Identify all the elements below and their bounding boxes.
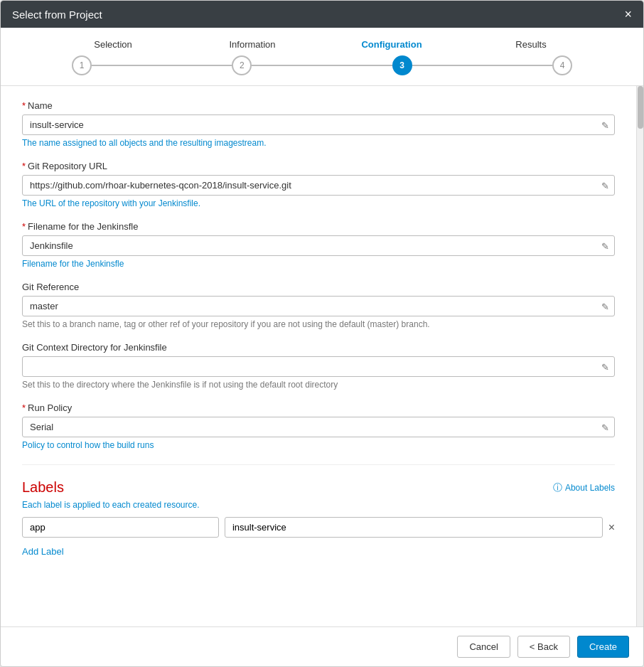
modal-title: Select from Project	[12, 9, 102, 21]
run-policy-label: *Run Policy	[22, 402, 615, 413]
name-edit-icon: ✎	[601, 119, 609, 130]
section-divider	[22, 464, 615, 465]
step-circle-2[interactable]: 2	[232, 55, 252, 75]
name-input-wrapper: ✎	[22, 114, 615, 135]
step-label-1: Selection	[43, 39, 183, 50]
scrollbar-thumb[interactable]	[638, 86, 643, 129]
cancel-button[interactable]: Cancel	[457, 636, 510, 658]
jenkinsfile-group: *Filename for the Jenkinsfle ✎ Filename …	[22, 221, 615, 269]
jenkinsfile-label: *Filename for the Jenkinsfle	[22, 221, 615, 232]
label-key-input[interactable]	[22, 517, 219, 538]
about-labels-link[interactable]: ⓘ About Labels	[553, 481, 615, 494]
git-url-edit-icon: ✎	[601, 180, 609, 191]
git-ref-input[interactable]	[22, 296, 615, 316]
step-line-2	[252, 65, 392, 66]
git-url-label: *Git Repository URL	[22, 161, 615, 171]
git-url-group: *Git Repository URL ✎ The URL of the rep…	[22, 161, 615, 208]
step-label-4: Results	[461, 39, 601, 50]
git-url-input[interactable]	[22, 175, 615, 196]
run-policy-input[interactable]	[22, 417, 615, 437]
close-button[interactable]: ×	[624, 8, 632, 21]
modal-dialog: Select from Project × Selection Informat…	[0, 0, 644, 667]
label-remove-button[interactable]: ×	[608, 521, 615, 534]
git-url-help: The URL of the repository with your Jenk…	[22, 198, 615, 208]
git-context-group: Git Context Directory for Jenkinsfile ✎ …	[22, 342, 615, 390]
scrollbar-area: *Name ✎ The name assigned to all objects…	[1, 86, 643, 626]
scroll-content: *Name ✎ The name assigned to all objects…	[1, 86, 636, 626]
add-label-button[interactable]: Add Label	[22, 546, 64, 557]
git-context-input[interactable]	[22, 356, 615, 377]
labels-section: Labels ⓘ About Labels Each label is appl…	[22, 479, 615, 557]
git-context-label: Git Context Directory for Jenkinsfile	[22, 342, 615, 353]
step-label-2: Information	[183, 39, 322, 50]
step-label-3: Configuration	[322, 39, 461, 50]
create-button[interactable]: Create	[577, 636, 629, 658]
step-line-1	[92, 65, 232, 66]
git-context-input-wrapper: ✎	[22, 356, 615, 377]
step-line-3	[412, 65, 552, 66]
name-label: *Name	[22, 100, 615, 111]
git-ref-group: Git Reference ✎ Set this to a branch nam…	[22, 282, 615, 329]
jenkinsfile-help: Filename for the Jenkinsfle	[22, 259, 615, 269]
steps-circles-row: 1 2 3 4	[43, 55, 601, 75]
git-ref-label: Git Reference	[22, 282, 615, 292]
run-policy-edit-icon: ✎	[601, 422, 609, 432]
git-ref-input-wrapper: ✎	[22, 296, 615, 316]
modal-header: Select from Project ×	[1, 1, 643, 28]
git-ref-edit-icon: ✎	[601, 301, 609, 311]
jenkinsfile-input[interactable]	[22, 235, 615, 256]
jenkinsfile-edit-icon: ✎	[601, 240, 609, 251]
labels-title: Labels	[22, 479, 64, 496]
git-context-edit-icon: ✎	[601, 361, 609, 372]
label-value-input[interactable]	[225, 517, 603, 538]
run-policy-required: *	[22, 402, 26, 413]
back-button[interactable]: < Back	[517, 636, 570, 658]
step-labels-row: Selection Information Configuration Resu…	[43, 39, 601, 50]
name-required: *	[22, 100, 26, 111]
scrollbar-track[interactable]	[636, 86, 643, 626]
git-ref-help: Set this to a branch name, tag or other …	[22, 319, 615, 329]
label-row: ×	[22, 517, 615, 538]
git-context-help: Set this to the directory where the Jenk…	[22, 380, 615, 390]
jenkinsfile-input-wrapper: ✎	[22, 235, 615, 256]
modal-footer: Cancel < Back Create	[1, 626, 643, 666]
git-url-required: *	[22, 161, 26, 171]
name-group: *Name ✎ The name assigned to all objects…	[22, 100, 615, 148]
name-help: The name assigned to all objects and the…	[22, 138, 615, 148]
run-policy-help: Policy to control how the build runs	[22, 440, 615, 450]
git-url-input-wrapper: ✎	[22, 175, 615, 196]
name-input[interactable]	[22, 114, 615, 135]
step-circle-3[interactable]: 3	[392, 55, 412, 75]
run-policy-group: *Run Policy ✎ Policy to control how the …	[22, 402, 615, 450]
step-circle-4[interactable]: 4	[552, 55, 572, 75]
info-circle-icon: ⓘ	[553, 481, 562, 494]
step-circle-1[interactable]: 1	[72, 55, 92, 75]
labels-header: Labels ⓘ About Labels	[22, 479, 615, 496]
jenkinsfile-required: *	[22, 221, 26, 232]
run-policy-input-wrapper: ✎	[22, 417, 615, 437]
wizard-header: Selection Information Configuration Resu…	[1, 28, 643, 86]
labels-subtitle: Each label is applied to each created re…	[22, 500, 615, 510]
